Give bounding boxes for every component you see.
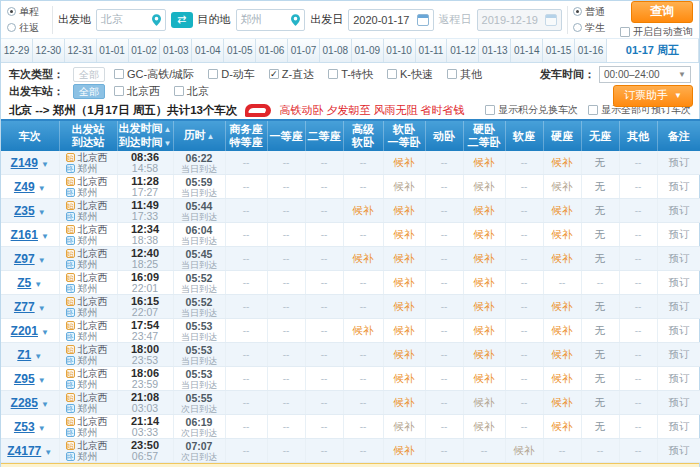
book-link[interactable]: 预订 [657,223,700,247]
expand-caret-icon[interactable]: ▼ [41,160,49,169]
expand-caret-icon[interactable]: ▼ [34,280,42,289]
seat-cell-hard-sleeper[interactable]: 候补 [463,247,505,271]
station-checkbox[interactable]: 北京 [174,84,209,99]
seat-cell-premium-soft-sleeper[interactable]: 候补 [343,319,383,343]
date-tab[interactable]: 01-12 [447,39,479,62]
seat-cell-hard-seat[interactable]: 候补 [543,319,581,343]
depart-time-select[interactable]: 00:00–24:00 ▼ [599,66,691,83]
seat-cell-soft-sleeper[interactable]: 候补 [383,199,425,223]
seat-cell-hard-seat[interactable]: 候补 [543,295,581,319]
sort-arrow-icon[interactable]: ▼ [164,139,172,148]
column-header[interactable]: 出发时间▲到达时间▼ [117,120,173,151]
train-number-link[interactable]: Z97 [14,252,35,266]
train-type-checkbox[interactable]: 其他 [447,67,482,82]
expand-caret-icon[interactable]: ▼ [41,400,49,409]
seat-cell-soft-sleeper[interactable]: 候补 [383,295,425,319]
from-input[interactable]: 北京 [96,9,166,31]
date-tab[interactable]: 12-31 [65,39,97,62]
date-tab[interactable]: 12-30 [33,39,65,62]
seat-cell-hard-sleeper[interactable]: 候补 [463,199,505,223]
date-tab-active[interactable]: 01-17 周五 [607,39,699,62]
book-link[interactable]: 预订 [657,247,700,271]
date-tab[interactable]: 01-04 [192,39,224,62]
seat-cell-hard-seat[interactable]: 候补 [543,415,581,439]
book-link[interactable]: 预订 [657,295,700,319]
date-tab[interactable]: 01-15 [543,39,575,62]
round-trip-radio[interactable]: 往返 [7,21,47,35]
expand-caret-icon[interactable]: ▼ [38,208,46,217]
seat-cell-hard-seat[interactable]: 候补 [543,151,581,175]
query-button[interactable]: 查询 [631,1,693,23]
seat-cell-hard-sleeper[interactable]: 候补 [463,223,505,247]
normal-passenger-radio[interactable]: 普通 [573,5,613,19]
seat-cell-soft-sleeper[interactable]: 候补 [383,439,425,463]
book-link[interactable]: 预订 [657,199,700,223]
train-type-checkbox[interactable]: K-快速 [387,67,433,82]
seat-cell-hard-sleeper[interactable]: 候补 [463,415,505,439]
train-number-link[interactable]: Z35 [14,204,35,218]
train-number-link[interactable]: Z285 [11,396,38,410]
seat-cell-hard-seat[interactable]: 候补 [543,247,581,271]
train-type-checkbox[interactable]: D-动车 [208,67,255,82]
seat-cell-soft-sleeper[interactable]: 候补 [383,247,425,271]
train-number-link[interactable]: Z161 [11,228,38,242]
type-all-button[interactable]: 全部 [73,67,105,82]
seat-cell-hard-sleeper[interactable]: 候补 [463,295,505,319]
date-tab[interactable]: 01-09 [352,39,384,62]
book-link[interactable]: 预订 [657,175,700,199]
depart-date-input[interactable]: 2020-01-17 [348,9,433,31]
seat-cell-hard-sleeper[interactable]: 候补 [463,391,505,415]
booking-helper-button[interactable]: 订票助手 ▼ [613,85,693,107]
train-number-link[interactable]: Z5 [17,276,31,290]
date-tab[interactable]: 01-16 [575,39,607,62]
promo-banner-link[interactable]: 高铁动卧 夕发朝至 风雨无阻 省时省钱 [279,103,464,118]
date-tab[interactable]: 01-13 [479,39,511,62]
book-link[interactable]: 预订 [657,319,700,343]
auto-query-checkbox[interactable]: 开启自动查询 [620,25,693,39]
date-tab[interactable]: 01-05 [224,39,256,62]
expand-caret-icon[interactable]: ▼ [38,256,46,265]
seat-cell-hard-seat[interactable]: 候补 [543,367,581,391]
seat-cell-soft-sleeper[interactable]: 候补 [383,343,425,367]
to-input[interactable]: 郑州 [236,9,306,31]
seat-cell-hard-sleeper[interactable]: 候补 [463,175,505,199]
expand-caret-icon[interactable]: ▼ [38,304,46,313]
seat-cell-soft-seat[interactable]: 候补 [505,439,543,463]
show-points-checkbox[interactable]: 显示积分兑换车次 [485,103,578,117]
seat-cell-soft-sleeper[interactable]: 候补 [383,271,425,295]
expand-caret-icon[interactable]: ▼ [38,184,46,193]
seat-cell-hard-sleeper[interactable]: 候补 [463,271,505,295]
book-link[interactable]: 预订 [657,439,700,463]
expand-caret-icon[interactable]: ▼ [34,352,42,361]
seat-cell-premium-soft-sleeper[interactable]: 候补 [343,247,383,271]
train-number-link[interactable]: Z4177 [7,444,41,458]
train-number-link[interactable]: Z95 [14,372,35,386]
swap-stations-button[interactable]: ⇄ [171,12,193,28]
train-number-link[interactable]: Z53 [14,420,35,434]
seat-cell-hard-seat[interactable]: 候补 [543,223,581,247]
train-number-link[interactable]: Z49 [14,180,35,194]
seat-cell-premium-soft-sleeper[interactable]: 候补 [343,199,383,223]
expand-caret-icon[interactable]: ▼ [41,328,49,337]
seat-cell-soft-sleeper[interactable]: 候补 [383,391,425,415]
seat-cell-hard-seat[interactable]: 候补 [543,343,581,367]
column-header[interactable]: 历时▲ [173,120,225,151]
date-tab[interactable]: 01-01 [97,39,129,62]
book-link[interactable]: 预订 [657,415,700,439]
seat-cell-hard-seat[interactable]: 候补 [543,199,581,223]
train-type-checkbox[interactable]: Z-直达 [269,67,314,82]
seat-cell-soft-sleeper[interactable]: 候补 [383,151,425,175]
station-checkbox[interactable]: 北京西 [114,84,160,99]
date-tab[interactable]: 01-02 [129,39,161,62]
seat-cell-hard-sleeper[interactable]: 候补 [463,343,505,367]
book-link[interactable]: 预订 [657,151,700,175]
date-tab[interactable]: 01-06 [256,39,288,62]
expand-caret-icon[interactable]: ▼ [38,376,46,385]
book-link[interactable]: 预订 [657,367,700,391]
book-link[interactable]: 预订 [657,343,700,367]
expand-caret-icon[interactable]: ▼ [38,424,46,433]
expand-caret-icon[interactable]: ▼ [44,448,52,457]
seat-cell-hard-seat[interactable]: 候补 [543,391,581,415]
seat-cell-soft-sleeper[interactable]: 候补 [383,319,425,343]
student-passenger-radio[interactable]: 学生 [573,21,613,35]
